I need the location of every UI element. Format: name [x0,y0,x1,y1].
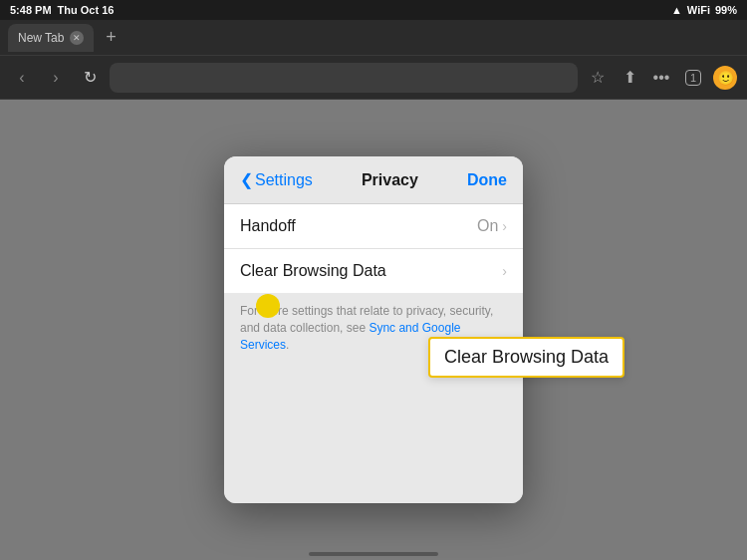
handoff-value: On [477,217,498,235]
clear-browsing-data-label: Clear Browsing Data [240,262,386,280]
settings-header: ❮ Settings Privacy Done [224,156,523,204]
tab-label: New Tab [18,31,64,45]
tab-bar: New Tab ✕ + [0,20,747,56]
status-bar: 5:48 PM Thu Oct 16 ▲ WiFi 99% [0,0,747,20]
handoff-row[interactable]: Handoff On › [224,204,523,249]
bookmark-button[interactable]: ☆ [584,64,612,92]
settings-back-button[interactable]: ❮ Settings [240,170,313,189]
back-chevron-icon: ❮ [240,170,253,189]
clear-browsing-data-chevron-icon: › [502,263,507,279]
home-indicator [309,552,438,556]
settings-spacer [224,364,523,503]
status-bar-right: ▲ WiFi 99% [671,4,737,16]
handoff-chevron-icon: › [502,218,507,234]
browser-toolbar: ‹ › ↻ ☆ ⬆ ••• 1 🙂 [0,56,747,100]
share-button[interactable]: ⬆ [616,64,643,92]
clear-browsing-data-row[interactable]: Clear Browsing Data › [224,249,523,293]
forward-button[interactable]: › [42,64,70,92]
settings-panel: ❮ Settings Privacy Done Handoff On › Cle… [224,156,523,502]
new-tab-button[interactable]: + [98,25,124,51]
footer-period: . [286,338,289,352]
highlight-dot [256,294,280,318]
reload-button[interactable]: ↻ [76,64,104,92]
address-bar[interactable] [110,63,578,93]
settings-back-label: Settings [255,171,313,189]
menu-button[interactable]: ••• [647,64,675,92]
date-display: Thu Oct 16 [58,4,115,16]
signal-icon: ▲ [671,4,682,16]
browser-tab[interactable]: New Tab ✕ [8,24,94,52]
tab-count-button[interactable]: 1 [679,64,707,92]
handoff-label: Handoff [240,217,296,235]
tab-close-button[interactable]: ✕ [70,31,84,45]
time-display: 5:48 PM [10,4,52,16]
handoff-right: On › [477,217,507,235]
browser-content: ❮ Settings Privacy Done Handoff On › Cle… [0,100,747,560]
annotation-box: Clear Browsing Data [428,337,624,378]
wifi-icon: WiFi [687,4,710,16]
clear-browsing-data-right: › [502,263,507,279]
annotation-label: Clear Browsing Data [444,347,609,367]
modal-overlay: ❮ Settings Privacy Done Handoff On › Cle… [0,100,747,560]
settings-panel-title: Privacy [362,171,418,189]
back-button[interactable]: ‹ [8,64,36,92]
profile-button[interactable]: 🙂 [711,64,739,92]
settings-section: Handoff On › Clear Browsing Data › [224,204,523,293]
status-bar-left: 5:48 PM Thu Oct 16 [10,4,114,16]
toolbar-actions: ☆ ⬆ ••• 1 🙂 [584,64,739,92]
battery-display: 99% [715,4,737,16]
settings-done-button[interactable]: Done [467,171,507,189]
